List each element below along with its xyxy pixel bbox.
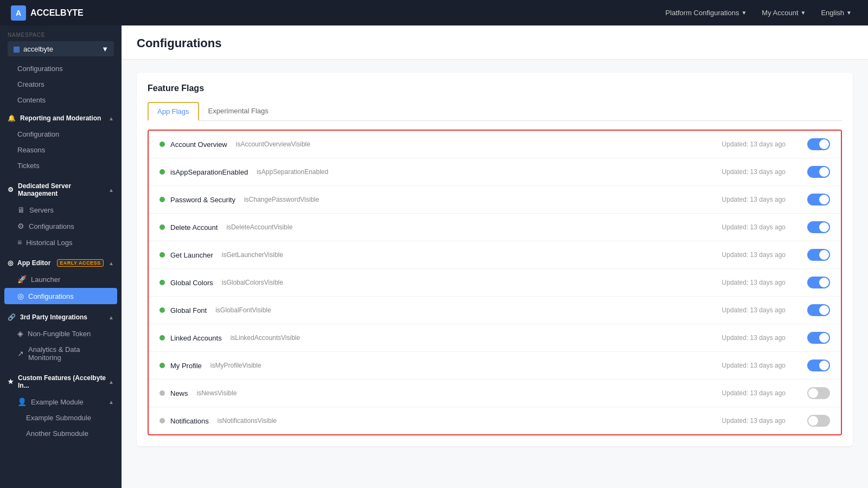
tab-experimental-flags[interactable]: Experimental Flags — [199, 102, 278, 121]
sidebar-item-nft[interactable]: ◈ Non-Fungible Token — [0, 325, 122, 342]
flag-updated: Updated: 13 days ago — [722, 334, 786, 342]
namespace-label: NAMESPACE — [8, 32, 114, 38]
group-reporting: 🔔 Reporting and Moderation ▲ Configurati… — [0, 108, 122, 176]
flag-name: Linked Accounts — [170, 334, 222, 342]
group-custom-header[interactable]: ★ Custom Features (Accelbyte In... ▲ — [0, 370, 122, 394]
group-app-editor-header[interactable]: ◎ App Editor EARLY ACCESS ▲ — [0, 255, 122, 271]
toggle-knob — [819, 222, 829, 232]
group-dedicated-collapse: ▲ — [108, 187, 114, 193]
sidebar-item-another-submodule[interactable]: Another Submodule — [0, 426, 122, 441]
sidebar-item-contents[interactable]: Contents — [0, 92, 122, 108]
group-app-editor-left: ◎ App Editor EARLY ACCESS — [8, 259, 104, 267]
sidebar-item-app-editor-configs[interactable]: ◎ Configurations — [4, 288, 117, 304]
flag-toggle[interactable] — [807, 277, 830, 288]
sidebar-item-servers[interactable]: 🖥 Servers — [0, 202, 122, 218]
flag-toggle[interactable] — [807, 415, 830, 427]
flag-key: isGetLauncherVisible — [222, 251, 283, 259]
flag-status-dot — [159, 252, 165, 258]
flag-status-dot — [159, 390, 165, 396]
sidebar-item-launcher[interactable]: 🚀 Launcher — [0, 271, 122, 287]
flag-toggle[interactable] — [807, 387, 830, 399]
flag-left: Global Font isGlobalFontVisible — [159, 306, 722, 314]
analytics-label: Analytics & Data Monitoring — [28, 345, 114, 362]
sidebar-item-example-submodule[interactable]: Example Submodule — [0, 410, 122, 426]
flag-left: Account Overview isAccountOverviewVisibl… — [159, 140, 722, 149]
flag-left: News isNewsVisible — [159, 389, 722, 397]
flag-name: Notifications — [170, 417, 209, 425]
top-nav: A ACCELBYTE Platform Configurations ▼ My… — [0, 0, 868, 25]
flag-name: Delete Account — [170, 223, 218, 232]
sidebar-item-historical-logs[interactable]: ≡ Historical Logs — [0, 234, 122, 251]
logo-text: ACCELBYTE — [30, 8, 84, 18]
ns-left: ▦ accelbyte — [13, 44, 53, 53]
flag-toggle[interactable] — [807, 249, 830, 261]
account-button[interactable]: My Account ▼ — [756, 5, 811, 20]
tab-app-flags[interactable]: App Flags — [148, 102, 199, 121]
flag-key: isAccountOverviewVisible — [236, 140, 310, 148]
language-button[interactable]: English ▼ — [815, 5, 857, 20]
servers-icon: 🖥 — [17, 206, 25, 214]
dedicated-icon: ⚙ — [8, 186, 14, 194]
flags-container: Account Overview isAccountOverviewVisibl… — [148, 130, 842, 435]
flag-toggle[interactable] — [807, 359, 830, 371]
sidebar-item-configurations-parent[interactable]: Configurations — [0, 61, 122, 76]
example-module-icon: 👤 — [17, 397, 27, 406]
analytics-icon: ↗ — [17, 349, 24, 358]
flag-key: isNewsVisible — [197, 389, 237, 397]
group-3rd-party-header[interactable]: 🔗 3rd Party Integrations ▲ — [0, 309, 122, 325]
flag-left: Linked Accounts isLinkedAccountsVisible — [159, 334, 722, 342]
flag-key: isNotificationsVisible — [218, 417, 277, 425]
flag-toggle[interactable] — [807, 138, 830, 150]
group-reporting-header[interactable]: 🔔 Reporting and Moderation ▲ — [0, 110, 122, 126]
group-app-editor: ◎ App Editor EARLY ACCESS ▲ 🚀 Launcher ◎… — [0, 253, 122, 307]
servers-label: Servers — [29, 206, 54, 214]
sidebar-item-tickets[interactable]: Tickets — [0, 158, 122, 174]
flag-updated: Updated: 13 days ago — [722, 223, 786, 231]
tickets-label: Tickets — [17, 162, 40, 170]
group-custom-collapse: ▲ — [108, 379, 114, 385]
sidebar-item-reasons[interactable]: Reasons — [0, 142, 122, 158]
namespace-selector[interactable]: ▦ accelbyte ▼ — [8, 41, 114, 56]
app-editor-icon: ◎ — [8, 259, 13, 267]
flag-toggle[interactable] — [807, 221, 830, 233]
flag-status-dot — [159, 224, 165, 230]
flag-key: isMyProfileVisible — [210, 362, 261, 369]
top-nav-right: Platform Configurations ▼ My Account ▼ E… — [660, 5, 857, 20]
platform-configs-button[interactable]: Platform Configurations ▼ — [660, 5, 752, 20]
launcher-icon: 🚀 — [17, 275, 27, 284]
account-label: My Account — [762, 9, 798, 17]
flag-status-dot — [159, 280, 165, 285]
configurations-label: Configurations — [17, 65, 63, 73]
example-module-label: Example Module — [31, 398, 84, 406]
flag-toggle[interactable] — [807, 304, 830, 316]
historical-logs-label: Historical Logs — [26, 239, 72, 247]
group-3rd-party-label: 3rd Party Integrations — [20, 313, 87, 321]
namespace-section: NAMESPACE ▦ accelbyte ▼ — [0, 25, 122, 61]
app-configs-label: Configurations — [28, 292, 74, 300]
sidebar-item-example-module[interactable]: 👤 Example Module ▲ — [0, 394, 122, 410]
flag-name: Global Colors — [170, 279, 213, 287]
logo-icon: A — [11, 5, 26, 21]
flag-toggle[interactable] — [807, 194, 830, 206]
flag-key: isGlobalFontVisible — [215, 306, 271, 314]
page-title: Configurations — [137, 36, 853, 50]
toggle-slider — [807, 194, 830, 206]
toggle-slider — [807, 304, 830, 316]
sidebar-item-creators[interactable]: Creators — [0, 76, 122, 92]
namespace-chevron: ▼ — [101, 45, 108, 53]
flag-row: Get Launcher isGetLauncherVisible Update… — [149, 241, 841, 269]
sidebar-item-analytics[interactable]: ↗ Analytics & Data Monitoring — [0, 342, 122, 365]
group-dedicated-header[interactable]: ⚙ Dedicated Server Management ▲ — [0, 178, 122, 202]
flag-row: Global Colors isGlobalColorsVisible Upda… — [149, 269, 841, 297]
dsm-config-icon: ⚙ — [17, 222, 24, 230]
flag-toggle[interactable] — [807, 332, 830, 344]
namespace-value: accelbyte — [23, 45, 53, 53]
flag-row: isAppSeparationEnabled isAppSeparationEn… — [149, 158, 841, 186]
sidebar-item-dsm-configs[interactable]: ⚙ Configurations — [0, 218, 122, 234]
toggle-knob — [808, 416, 818, 426]
flag-updated: Updated: 13 days ago — [722, 140, 786, 148]
sidebar-item-configuration[interactable]: Configuration — [0, 126, 122, 142]
nft-icon: ◈ — [17, 329, 23, 338]
language-label: English — [821, 9, 844, 17]
flag-toggle[interactable] — [807, 166, 830, 178]
